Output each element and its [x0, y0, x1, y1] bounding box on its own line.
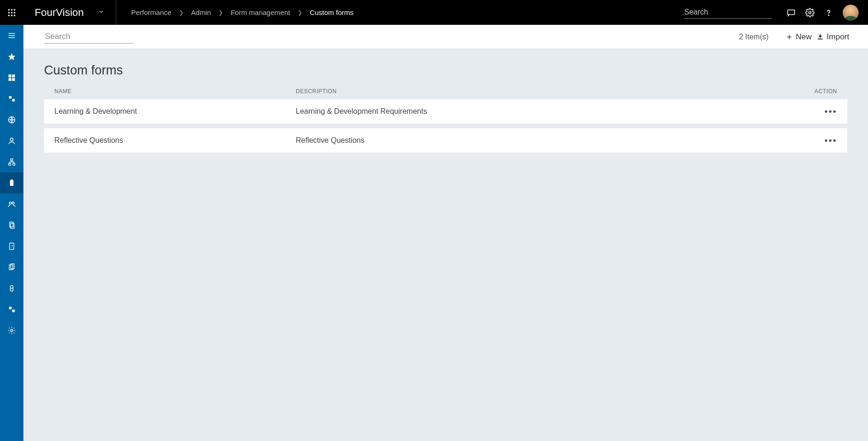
svg-rect-5: [14, 12, 15, 13]
plus-icon: [786, 33, 793, 41]
global-search-input[interactable]: [683, 6, 772, 19]
svg-point-38: [9, 307, 12, 309]
table-header: NAME DESCRIPTION ACTION: [44, 88, 847, 99]
svg-rect-31: [10, 222, 14, 227]
sidebar-item-system[interactable]: [0, 320, 23, 341]
help-button[interactable]: [819, 0, 838, 25]
svg-rect-3: [8, 12, 10, 13]
chevron-right-icon: ❯: [179, 9, 184, 16]
import-button[interactable]: Import: [816, 32, 849, 42]
crumb-formmgmt[interactable]: Form management: [225, 8, 296, 16]
page-title: Custom forms: [44, 63, 847, 78]
brand-dropdown[interactable]: FourVision: [23, 0, 116, 25]
row-actions-button[interactable]: •••: [824, 107, 837, 116]
svg-point-20: [9, 96, 12, 99]
svg-rect-32: [11, 223, 15, 228]
svg-rect-27: [10, 180, 14, 186]
table-row[interactable]: Reflective Questions Reflective Question…: [44, 128, 847, 153]
svg-point-39: [12, 309, 15, 312]
svg-rect-1: [11, 9, 13, 10]
main-panel: 2 Item(s) New Import Custom forms NAME D…: [23, 25, 868, 441]
svg-marker-15: [8, 53, 15, 60]
item-count: 2 Item(s): [739, 33, 769, 41]
sidebar-item-documents[interactable]: [0, 214, 23, 235]
col-header-action: ACTION: [800, 88, 837, 95]
sidebar-item-clipboard[interactable]: [0, 172, 23, 193]
team-icon: [7, 200, 16, 208]
svg-rect-6: [8, 15, 10, 16]
waffle-icon: [7, 8, 16, 17]
brand-name: FourVision: [35, 7, 84, 19]
settings-button[interactable]: [801, 0, 819, 25]
content: Custom forms NAME DESCRIPTION ACTION Lea…: [23, 49, 868, 171]
svg-point-40: [11, 329, 13, 331]
svg-rect-43: [817, 38, 823, 39]
star-icon: [7, 52, 16, 61]
svg-rect-24: [11, 159, 13, 161]
sidebar-item-team[interactable]: [0, 193, 23, 214]
svg-rect-17: [12, 74, 15, 77]
gear-icon: [805, 8, 815, 17]
svg-rect-18: [8, 78, 11, 81]
gears-icon: [7, 95, 16, 103]
row-description: Reflective Questions: [296, 136, 800, 145]
svg-rect-4: [11, 12, 13, 13]
sidebar-item-helpdoc[interactable]: ?: [0, 235, 23, 257]
col-header-description[interactable]: DESCRIPTION: [296, 88, 800, 95]
sidebar-item-globe[interactable]: [0, 109, 23, 130]
sidebar-item-copy[interactable]: [0, 257, 23, 278]
table-row[interactable]: Learning & Development Learning & Develo…: [44, 99, 847, 124]
gear2-icon: [7, 326, 16, 335]
svg-rect-8: [14, 15, 15, 16]
svg-rect-28: [11, 179, 13, 181]
gears2-icon: [7, 305, 16, 314]
sidebar-item-config[interactable]: [0, 88, 23, 109]
svg-rect-19: [12, 78, 15, 81]
crumb-performance[interactable]: Performance: [126, 8, 177, 16]
sidebar-item-security[interactable]: [0, 278, 23, 299]
svg-text:?: ?: [11, 244, 13, 249]
message-icon: [786, 8, 796, 17]
user-avatar[interactable]: [843, 5, 859, 21]
row-name: Learning & Development: [54, 107, 296, 116]
import-label: Import: [827, 32, 849, 42]
crumb-admin[interactable]: Admin: [186, 8, 217, 16]
sidebar-item-menu[interactable]: [0, 25, 23, 46]
svg-point-11: [828, 15, 829, 15]
svg-point-23: [10, 138, 13, 141]
svg-rect-26: [13, 163, 15, 165]
sidebar: ?: [0, 25, 23, 441]
sidebar-item-favorites[interactable]: [0, 46, 23, 67]
hierarchy-icon: [7, 158, 16, 166]
app-launcher[interactable]: [0, 0, 23, 25]
col-header-name[interactable]: NAME: [54, 88, 296, 95]
chevron-down-icon: [98, 8, 105, 16]
sidebar-item-person[interactable]: [0, 130, 23, 151]
sidebar-item-admin[interactable]: [0, 299, 23, 320]
topbar: FourVision Performance ❯ Admin ❯ Form ma…: [0, 0, 868, 25]
sidebar-item-dashboard[interactable]: [0, 67, 23, 88]
globe-icon: [7, 116, 16, 124]
svg-point-10: [809, 11, 811, 14]
new-button[interactable]: New: [786, 32, 812, 42]
help-doc-icon: ?: [7, 242, 16, 250]
row-name: Reflective Questions: [54, 136, 296, 145]
chevron-right-icon: ❯: [218, 9, 223, 16]
crumb-customforms[interactable]: Custom forms: [304, 8, 359, 16]
tiles-icon: [7, 74, 16, 82]
svg-rect-25: [8, 163, 11, 165]
svg-point-29: [9, 202, 12, 204]
messages-button[interactable]: [782, 0, 801, 25]
documents-icon: [7, 221, 16, 229]
sidebar-item-hierarchy[interactable]: [0, 151, 23, 172]
breadcrumb: Performance ❯ Admin ❯ Form management ❯ …: [116, 8, 359, 16]
page-search-input[interactable]: [44, 30, 133, 44]
svg-rect-0: [8, 9, 10, 10]
copy-icon: [7, 263, 16, 272]
import-icon: [816, 33, 824, 41]
subbar: 2 Item(s) New Import: [23, 25, 868, 49]
person-icon: [7, 137, 16, 145]
svg-rect-7: [11, 15, 13, 16]
lock-icon: [7, 284, 16, 293]
row-actions-button[interactable]: •••: [824, 136, 837, 145]
